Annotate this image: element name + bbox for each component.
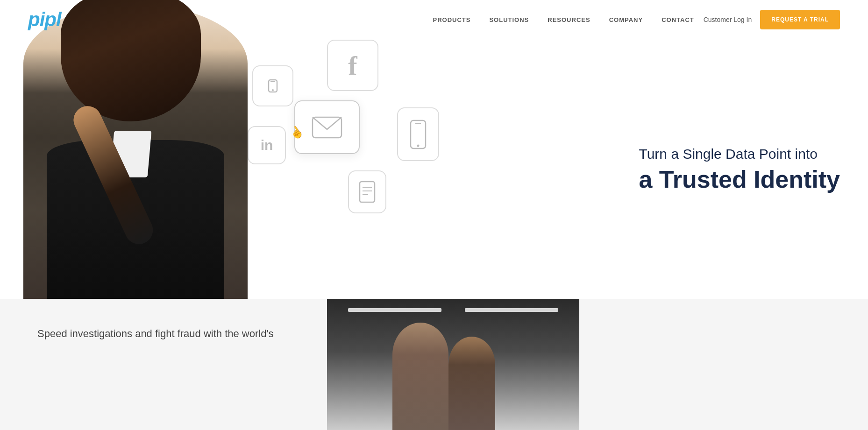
office-lights	[327, 308, 579, 312]
document-icon	[348, 170, 386, 213]
bottom-right-image	[327, 299, 579, 430]
site-header: pipl PRODUCTS SOLUTIONS RESOURCES COMPAN…	[0, 0, 868, 39]
svg-point-1	[272, 89, 274, 91]
email-icon	[294, 100, 360, 154]
hero-tagline: Turn a Single Data Point into a Trusted …	[639, 145, 840, 194]
svg-point-5	[417, 144, 420, 147]
svg-rect-4	[411, 120, 426, 148]
svg-rect-7	[360, 182, 375, 202]
request-trial-button[interactable]: REQUEST A TRIAL	[760, 10, 840, 29]
customer-log-link[interactable]: Customer Log In	[704, 16, 752, 23]
mobile-icon	[397, 107, 439, 161]
bottom-left-content: Speed investigations and fight fraud wit…	[0, 299, 327, 360]
logo[interactable]: pipl	[28, 8, 61, 31]
nav-resources[interactable]: RESOURCES	[538, 13, 599, 27]
nav-company[interactable]: COMPANY	[600, 13, 652, 27]
bottom-description: Speed investigations and fight fraud wit…	[37, 327, 299, 341]
tagline-sub: Turn a Single Data Point into	[639, 145, 840, 163]
tagline-main: a Trusted Identity	[639, 165, 840, 194]
facebook-icon: f	[327, 40, 378, 91]
nav-contact[interactable]: CONTACT	[652, 13, 704, 27]
phone-icon	[252, 65, 293, 106]
nav-solutions[interactable]: SOLUTIONS	[480, 13, 538, 27]
people-silhouette	[355, 318, 551, 430]
nav-products[interactable]: PRODUCTS	[423, 13, 480, 27]
light-bar-2	[465, 308, 558, 312]
linkedin-icon: in	[248, 126, 286, 164]
light-bar-1	[348, 308, 441, 312]
bottom-section: Speed investigations and fight fraud wit…	[0, 299, 868, 430]
floating-icons-area: f in	[224, 33, 458, 257]
hero-section: f in	[0, 0, 868, 299]
main-nav: PRODUCTS SOLUTIONS RESOURCES COMPANY CON…	[423, 13, 703, 27]
